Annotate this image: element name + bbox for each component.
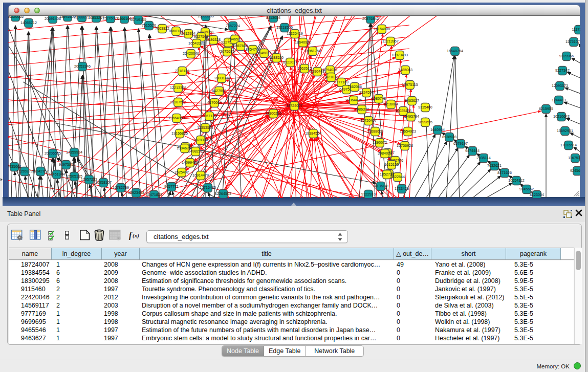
svg-text:1852733: 1852733 <box>380 172 394 177</box>
svg-text:7625402: 7625402 <box>175 170 189 174</box>
svg-text:8938928: 8938928 <box>442 135 456 139</box>
svg-text:6216064: 6216064 <box>384 102 398 106</box>
svg-text:8123054: 8123054 <box>530 192 544 197</box>
svg-text:18300295: 18300295 <box>265 111 281 116</box>
svg-text:16961758: 16961758 <box>304 49 321 53</box>
svg-text:8471626: 8471626 <box>497 170 512 175</box>
svg-text:7546523: 7546523 <box>228 37 242 41</box>
svg-text:9897585: 9897585 <box>59 162 73 167</box>
svg-text:6794028: 6794028 <box>323 68 337 72</box>
svg-text:20364436: 20364436 <box>345 98 362 102</box>
svg-text:8322037: 8322037 <box>283 60 297 64</box>
svg-text:10471823: 10471823 <box>146 192 162 197</box>
svg-text:f: f <box>129 231 133 240</box>
svg-text:1640954: 1640954 <box>430 127 445 132</box>
svg-text:9777169: 9777169 <box>334 80 349 84</box>
svg-text:17359934: 17359934 <box>66 150 82 155</box>
svg-text:15495794: 15495794 <box>403 114 419 119</box>
svg-text:9245652: 9245652 <box>519 187 534 191</box>
svg-text:7632621: 7632621 <box>487 163 502 168</box>
svg-text:10756928: 10756928 <box>397 143 413 148</box>
svg-text:7663822: 7663822 <box>155 26 169 31</box>
svg-text:9657771: 9657771 <box>164 184 179 189</box>
svg-text:18107553: 18107553 <box>170 100 186 104</box>
svg-text:15720407: 15720407 <box>360 118 377 123</box>
svg-text:3824554: 3824554 <box>359 90 374 95</box>
svg-text:3675685: 3675685 <box>220 49 234 54</box>
svg-text:10719155: 10719155 <box>130 17 146 22</box>
svg-text:18640910: 18640910 <box>295 40 311 45</box>
svg-text:16914479: 16914479 <box>192 173 209 178</box>
svg-text:4170064: 4170064 <box>207 100 222 105</box>
svg-text:14055712: 14055712 <box>20 20 37 25</box>
svg-text:16543382: 16543382 <box>188 41 205 46</box>
svg-text:1615152: 1615152 <box>384 162 399 167</box>
svg-text:10210643: 10210643 <box>553 114 570 119</box>
svg-text:11353594: 11353594 <box>197 125 213 130</box>
svg-text:7485063: 7485063 <box>398 68 412 72</box>
svg-text:3084028: 3084028 <box>378 151 392 156</box>
svg-text:20206535: 20206535 <box>45 151 61 156</box>
svg-text:1588520: 1588520 <box>269 55 284 60</box>
svg-text:9474444: 9474444 <box>465 148 480 153</box>
svg-text:9699695: 9699695 <box>418 120 432 124</box>
svg-text:16033809: 16033809 <box>198 16 214 18</box>
svg-text:10654112: 10654112 <box>508 178 524 183</box>
svg-text:12505135: 12505135 <box>66 174 82 179</box>
svg-text:16648764: 16648764 <box>447 49 463 53</box>
svg-text:17016514: 17016514 <box>560 143 577 147</box>
svg-text:14136141: 14136141 <box>373 184 389 188</box>
svg-text:1562615: 1562615 <box>297 66 312 71</box>
svg-text:18724007: 18724007 <box>286 103 302 108</box>
svg-text:19384554: 19384554 <box>305 131 321 136</box>
svg-text:20876842: 20876842 <box>362 16 379 21</box>
svg-text:8427552: 8427552 <box>212 89 226 93</box>
svg-text:7462066: 7462066 <box>347 84 362 89</box>
svg-text:8912954: 8912954 <box>181 31 195 36</box>
svg-text:19654923: 19654923 <box>400 129 416 134</box>
svg-text:12264503: 12264503 <box>215 191 231 196</box>
svg-text:2935114: 2935114 <box>476 156 490 160</box>
svg-text:8215955: 8215955 <box>539 106 553 111</box>
svg-text:(x): (x) <box>133 232 139 239</box>
svg-text:8990448: 8990448 <box>310 69 324 74</box>
svg-text:8186328: 8186328 <box>206 37 221 42</box>
svg-text:15692951: 15692951 <box>557 128 573 133</box>
svg-text:19166825: 19166825 <box>171 131 188 136</box>
svg-text:20691406: 20691406 <box>45 16 61 21</box>
svg-text:15751074: 15751074 <box>565 39 580 44</box>
svg-text:8267130: 8267130 <box>202 114 216 118</box>
svg-text:16782759: 16782759 <box>113 185 129 190</box>
svg-text:9146821: 9146821 <box>257 51 271 55</box>
svg-text:14099489: 14099489 <box>182 160 198 165</box>
svg-text:12093573: 12093573 <box>552 83 568 88</box>
svg-text:9227342: 9227342 <box>555 68 570 73</box>
svg-text:7515526: 7515526 <box>142 23 156 28</box>
svg-text:22420046: 22420046 <box>183 51 199 56</box>
svg-text:20053346: 20053346 <box>74 64 91 69</box>
svg-text:11451944: 11451944 <box>49 172 64 177</box>
svg-text:2803144: 2803144 <box>214 76 229 80</box>
svg-text:1117333: 1117333 <box>572 27 580 32</box>
svg-text:15716485: 15716485 <box>200 185 216 190</box>
svg-text:2718126: 2718126 <box>175 69 189 73</box>
svg-text:16154808: 16154808 <box>374 27 390 31</box>
svg-text:8878334: 8878334 <box>193 138 208 142</box>
svg-text:10973493: 10973493 <box>391 53 408 57</box>
svg-text:1890072: 1890072 <box>373 140 387 145</box>
svg-text:1080748: 1080748 <box>372 96 386 101</box>
svg-text:9115460: 9115460 <box>418 105 432 110</box>
svg-text:10688609: 10688609 <box>367 129 383 134</box>
svg-text:12342757: 12342757 <box>32 169 49 173</box>
svg-text:16220055: 16220055 <box>8 16 24 19</box>
svg-text:10958107: 10958107 <box>95 180 112 185</box>
svg-text:6466160: 6466160 <box>117 16 132 21</box>
svg-text:7986372: 7986372 <box>355 107 369 112</box>
svg-text:19218506: 19218506 <box>276 25 293 30</box>
svg-text:9463627: 9463627 <box>405 98 419 103</box>
svg-text:15276021: 15276021 <box>102 16 119 20</box>
svg-text:6579197: 6579197 <box>453 141 468 146</box>
svg-text:1733426: 1733426 <box>395 186 409 191</box>
svg-text:7357224: 7357224 <box>226 24 240 28</box>
svg-text:12213967: 12213967 <box>382 39 399 43</box>
